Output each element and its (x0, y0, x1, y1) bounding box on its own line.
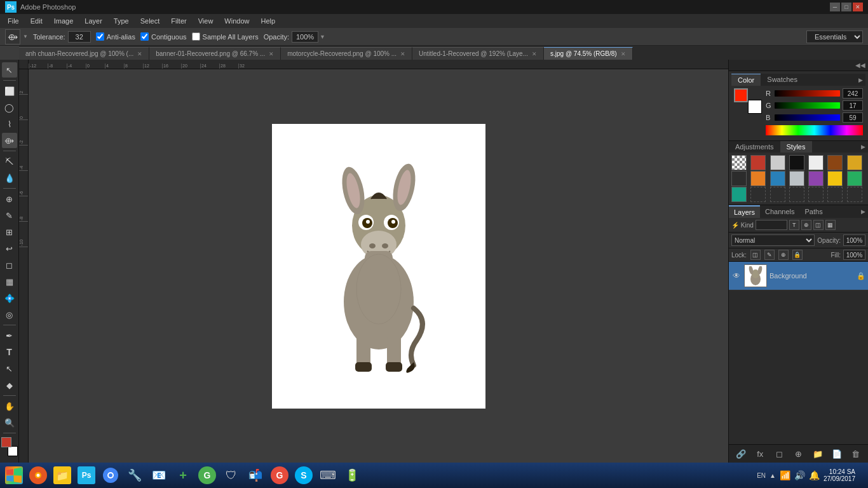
kind-dropdown[interactable] (756, 220, 787, 230)
tool-crop[interactable]: ⛏ (2, 154, 17, 169)
menu-view[interactable]: View (193, 16, 219, 26)
menu-file[interactable]: File (3, 16, 24, 26)
tool-wand[interactable]: ⟴ (2, 133, 17, 148)
tab-close-0[interactable]: ✕ (137, 51, 142, 57)
menu-window[interactable]: Window (219, 16, 254, 26)
tool-clone[interactable]: ⊞ (2, 224, 17, 240)
game-button[interactable]: G (196, 464, 219, 487)
blend-mode-select[interactable]: Normal (731, 234, 815, 246)
tool-blur[interactable]: 💠 (2, 290, 17, 306)
tool-hand[interactable]: ✋ (2, 398, 17, 414)
chrome-button[interactable] (99, 464, 122, 487)
layers-panel-menu-button[interactable]: ▶ (861, 208, 865, 215)
filter-adj-button[interactable]: ⊕ (801, 220, 811, 230)
swatch-gold[interactable] (847, 155, 862, 170)
opacity-input[interactable] (292, 31, 318, 43)
tab-1[interactable]: banner-01-Recovered.png @ 66.7% ... ✕ (149, 47, 281, 60)
g-value[interactable] (843, 100, 863, 111)
firefox-button[interactable] (27, 464, 50, 487)
tool-spot-heal[interactable]: ⊕ (2, 191, 17, 207)
photoshop-taskbar-button[interactable]: Ps (75, 464, 98, 487)
swatch-red[interactable] (750, 155, 766, 170)
r-slider[interactable] (775, 90, 840, 97)
swatch-yellow[interactable] (827, 171, 843, 186)
fill-input[interactable] (843, 250, 865, 260)
layer-link-button[interactable]: 🔗 (735, 447, 747, 460)
tab-3[interactable]: Untitled-1-Recovered @ 192% (Laye... ✕ (412, 47, 544, 60)
collapse-panel-button[interactable]: ◀◀ (855, 62, 865, 69)
swatch-white[interactable] (808, 155, 824, 170)
tool-move[interactable]: ↖ (2, 62, 17, 78)
swatch-dark[interactable] (731, 171, 747, 186)
tool-gradient[interactable]: ▦ (2, 274, 17, 289)
swatch-empty-5[interactable] (827, 187, 843, 202)
minimize-button[interactable]: ─ (830, 3, 840, 11)
swatch-empty-1[interactable] (750, 187, 766, 202)
sample-all-checkbox[interactable] (192, 32, 200, 41)
up-arrow[interactable]: ▲ (770, 472, 776, 479)
workspace-dropdown[interactable]: Essentials (806, 30, 863, 43)
swatch-purple[interactable] (808, 171, 824, 186)
tab-channels[interactable]: Channels (760, 206, 799, 217)
tool-marquee-rect[interactable]: ⬜ (2, 83, 17, 98)
tool-history-brush[interactable]: ↩ (2, 241, 17, 256)
layer-adj-button[interactable]: ⊕ (792, 447, 804, 460)
tab-styles[interactable]: Styles (780, 141, 812, 152)
tool-dodge[interactable]: ◎ (2, 307, 17, 322)
swatch-empty-4[interactable] (808, 187, 824, 202)
filter-shape-button[interactable]: ▦ (825, 220, 836, 230)
layer-mask-button[interactable]: ◻ (773, 447, 785, 460)
calculator-button[interactable]: ⌨ (316, 464, 339, 487)
tool-lasso[interactable]: ⌇ (2, 116, 17, 132)
swatch-gray[interactable] (770, 155, 785, 170)
tab-adjustments[interactable]: Adjustments (729, 141, 780, 152)
lock-transparency-button[interactable]: ◫ (750, 250, 761, 260)
layer-delete-button[interactable]: 🗑 (850, 447, 862, 460)
battery-button[interactable]: 🔋 (341, 464, 363, 487)
skype-button[interactable]: S (292, 464, 315, 487)
opacity-input[interactable] (843, 234, 865, 246)
tab-color[interactable]: Color (731, 74, 761, 86)
background-color-swatch[interactable] (8, 446, 18, 456)
filter-type-button[interactable]: T (789, 220, 799, 230)
opacity-dropdown[interactable]: ▼ (320, 34, 325, 40)
tool-dropdown-arrow[interactable]: ▼ (23, 34, 28, 39)
swatch-empty-2[interactable] (770, 187, 785, 202)
menu-layer[interactable]: Layer (79, 16, 107, 26)
lock-position-button[interactable]: ⊕ (778, 250, 789, 260)
settings-button[interactable]: 🔧 (123, 464, 146, 487)
b-slider[interactable] (775, 114, 840, 121)
explorer-button[interactable]: 📁 (51, 464, 74, 487)
tab-2[interactable]: motorcycle-Recovered.png @ 100% ... ✕ (281, 47, 412, 60)
close-button[interactable]: ✕ (853, 3, 863, 11)
b-value[interactable] (843, 112, 863, 123)
swatch-green[interactable] (847, 171, 862, 186)
tool-type[interactable]: T (2, 344, 17, 360)
layer-group-button[interactable]: 📁 (811, 447, 824, 460)
tab-4[interactable]: s.jpg @ 74.5% (RGB/8) ✕ (544, 47, 633, 60)
color-panel-menu-button[interactable]: ▶ (858, 77, 863, 83)
swatch-blue[interactable] (770, 171, 785, 186)
tab-0[interactable]: anh chuan-Recovered.jpg @ 100% (... ✕ (19, 47, 149, 60)
lock-all-button[interactable]: 🔒 (792, 250, 803, 260)
tab-close-3[interactable]: ✕ (532, 51, 537, 57)
r-value[interactable] (843, 88, 863, 98)
tab-layers[interactable]: Layers (729, 205, 760, 218)
maximize-button[interactable]: □ (841, 3, 851, 11)
swatch-black[interactable] (789, 155, 804, 170)
swatch-orange[interactable] (750, 171, 766, 186)
layer-visibility-button[interactable]: 👁 (731, 271, 742, 281)
plus-button[interactable]: + (172, 464, 194, 487)
tool-eyedropper[interactable]: 💧 (2, 170, 17, 186)
swatch-empty-6[interactable] (847, 187, 862, 202)
swatch-empty-3[interactable] (789, 187, 804, 202)
tool-pen[interactable]: ✒ (2, 328, 17, 343)
shield-button[interactable]: 🛡 (220, 464, 243, 487)
adj-panel-menu-button[interactable]: ▶ (861, 144, 865, 150)
swatch-teal[interactable] (731, 187, 747, 202)
tool-path-select[interactable]: ↖ (2, 361, 17, 376)
tool-marquee-ellipse[interactable]: ◯ (2, 100, 17, 115)
swatch-silver[interactable] (789, 171, 804, 186)
foreground-color-swatch[interactable] (1, 437, 11, 447)
anti-alias-checkbox[interactable] (96, 32, 104, 41)
